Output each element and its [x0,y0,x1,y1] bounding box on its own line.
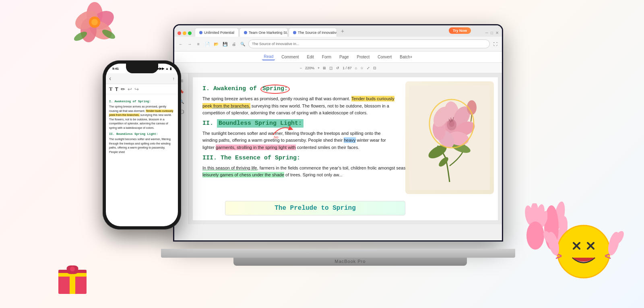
browser-chrome: Unlimited Potential Team One Marketing S… [174,25,502,52]
pdf-read-tab[interactable]: Read [262,54,275,60]
print-icon[interactable]: 🖨 [231,41,237,47]
zoom-out-button[interactable]: − [300,66,302,70]
new-tab-button[interactable]: + [339,28,346,34]
open-icon[interactable]: 📂 [213,41,219,47]
close-button[interactable] [178,31,181,35]
iphone-redo-button[interactable]: ↪ [134,86,139,92]
pdf-convert-tab[interactable]: Convert [376,54,393,60]
iphone-tool-pen[interactable]: ✏ [121,86,125,92]
pdf-content-area: ⊞ 🔖 🔍 💬 [174,73,502,224]
try-now-button[interactable]: Try Now [449,27,471,34]
iphone-battery-icon: ▮ [170,67,171,70]
iphone-back-chevron[interactable]: ‹ [109,75,111,82]
tab-dot [293,31,296,34]
pdf-form-tab[interactable]: Form [320,54,333,60]
pdf-comment-tab[interactable]: Comment [280,54,300,60]
fullscreen-icon[interactable]: ⛶ [492,41,499,47]
iphone-body: 9:41 ▶▶▶ ▲ ▮ ‹ ↑ T T ✏ ↩ ↪ [103,60,181,229]
iphone-signal-icon: ▶▶▶ [157,67,164,70]
decorative-flower-top-left [68,0,117,44]
home-icon[interactable]: ⌂ [355,66,357,70]
back-button[interactable]: ← [178,41,184,47]
window-maximize-icon[interactable]: □ [491,31,493,35]
forward-button[interactable]: → [186,41,193,47]
iphone-section-1-body: The spring breeze arrives as promised, g… [109,105,175,130]
fit-page-icon[interactable]: ⊞ [323,66,326,70]
search-icon[interactable]: 🔍 [239,41,246,47]
fit-width-icon[interactable]: ◫ [329,66,333,70]
pdf-zoom-bar: − 220% + ⊞ ◫ ↺ 1 / 87 ⌂ ☆ ⤢ ⊡ [174,63,502,73]
section-2-title: II. Boundless Spring Light: [202,120,396,127]
pdf-protect-tab[interactable]: Protect [355,54,372,60]
iphone-action-buttons: ↑ [173,76,175,81]
pdf-viewer-toolbar: Read Comment Edit Form Page Protect Conv… [174,52,502,63]
macbook-screen: Unlimited Potential Team One Marketing S… [173,24,503,242]
file-icon[interactable]: 📄 [204,41,211,47]
browser-toolbar-row: ← → ≡ 📄 📂 💾 🖨 🔍 The Source of Innovative… [174,37,502,52]
zoom-in-button[interactable]: + [318,66,320,70]
window-close-icon[interactable]: ✕ [495,31,499,35]
iphone-section-1-title: I. Awakening of Spring: [109,100,175,103]
pdf-main-content: I. Awakening of Spring: The spring breez… [189,73,502,224]
pdf-page-tab[interactable]: Page [338,54,350,60]
svg-point-27 [91,19,98,25]
pdf-page: I. Awakening of Spring: The spring breez… [193,77,498,220]
decorative-gift-bottom-left [52,256,93,296]
section-2-container: II. Boundless Spring Light: No [202,120,488,151]
svg-point-48 [70,267,75,271]
page-number: 1 / 87 [343,66,352,70]
tab-dot [244,31,247,34]
split-icon[interactable]: ⊡ [373,66,376,70]
iphone-undo-button[interactable]: ↩ [128,86,132,92]
section-2-body: The sunlight becomes softer and warmer, … [202,130,396,151]
pdf-batch-tab[interactable]: Batch+ [398,54,414,60]
iphone-section-2-title: II. Boundless Spring Light: [109,132,175,136]
macbook-inner: Unlimited Potential Team One Marketing S… [174,25,502,240]
iphone-tool-sans[interactable]: T [115,86,118,92]
iphone-notch [126,64,158,73]
macbook-base [161,249,515,258]
tab-unlimited-potential[interactable]: Unlimited Potential [195,28,239,37]
svg-point-58 [526,221,544,250]
red-arrow-annotation: No [269,121,297,139]
section-1-body: The spring breeze arrives as promised, g… [202,95,396,117]
iphone-status-icons: ▶▶▶ ▲ ▮ [157,67,171,70]
save-icon[interactable]: 💾 [222,41,228,47]
maximize-button[interactable] [188,31,192,35]
tab-source-innovative[interactable]: The Source of Innovative In... [289,28,337,37]
minimize-button[interactable] [183,31,186,35]
pdf-edit-tab[interactable]: Edit [305,54,316,60]
iphone-screen: 9:41 ▶▶▶ ▲ ▮ ‹ ↑ T T ✏ ↩ ↪ [106,64,178,226]
tab-bar: Unlimited Potential Team One Marketing S… [174,25,502,37]
star-icon[interactable]: ☆ [360,66,363,70]
iphone-container: 9:41 ▶▶▶ ▲ ▮ ‹ ↑ T T ✏ ↩ ↪ [103,60,181,229]
tab-dot [199,31,202,34]
macbook-foot: MacBook Pro [233,258,467,266]
iphone-wifi-icon: ▲ [165,67,169,70]
decorative-emoji-bottom-right: > < [543,207,624,288]
iphone-share-button[interactable]: ↑ [173,76,175,81]
section-1-title: I. Awakening of Spring: [202,85,396,92]
iphone-text-tools: T T ✏ ↩ ↪ [106,84,178,94]
iphone-tool-serif[interactable]: T [109,86,113,92]
iphone-document-toolbar: ‹ ↑ [106,73,178,84]
iphone-time: 9:41 [112,67,119,70]
prelude-section: The Prelude to Spring [225,201,405,215]
rotate-icon[interactable]: ↺ [336,66,339,70]
svg-text:No: No [274,135,279,139]
macbook-label: MacBook Pro [334,259,365,264]
hamburger-menu[interactable]: ≡ [195,41,202,47]
window-minimize-icon[interactable]: ─ [485,31,488,35]
macbook-container: Unlimited Potential Team One Marketing S… [173,24,519,274]
expand-icon[interactable]: ⤢ [367,66,370,70]
iphone-section-2-body: The sunlight becomes softer and warmer, … [109,137,175,154]
prelude-title: The Prelude to Spring [275,205,356,212]
zoom-level: 220% [305,66,314,70]
address-bar[interactable]: The Source of Innovative In... [248,39,490,48]
iphone-pdf-content: I. Awakening of Spring: The spring breez… [106,94,178,221]
svg-point-31 [557,225,610,278]
tab-team-one-marketing[interactable]: Team One Marketing St... [239,28,288,37]
